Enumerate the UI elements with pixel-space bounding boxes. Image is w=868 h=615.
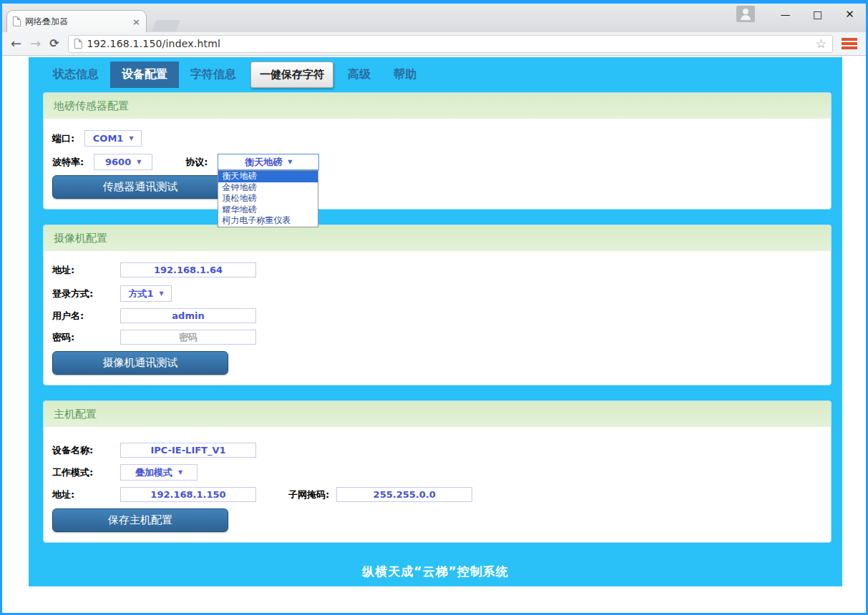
port-select[interactable]: COM1 ▼ [84, 130, 142, 147]
page-viewport: 状态信息 设备配置 字符信息 一健保存字符 高级 帮助 地磅传感器配置 端口: … [2, 56, 866, 613]
browser-tab-strip: 网络叠加器 × — □ ✕ [2, 4, 866, 32]
host-config-panel: 主机配置 设备名称: 工作模式: 叠加模式 ▼ 地址: [43, 400, 832, 543]
dropdown-option[interactable]: 衡天地磅 [218, 171, 318, 182]
window-controls: — □ ✕ [769, 4, 866, 21]
close-button[interactable]: ✕ [834, 4, 866, 21]
tab-close-icon[interactable]: × [132, 16, 140, 27]
page-icon [74, 39, 82, 49]
chevron-down-icon: ▼ [159, 290, 163, 297]
browser-menu-icon[interactable] [842, 38, 857, 49]
main-nav: 状态信息 设备配置 字符信息 一健保存字符 高级 帮助 [29, 57, 842, 88]
maximize-button[interactable]: □ [801, 4, 834, 20]
chevron-down-icon: ▼ [129, 135, 133, 142]
camera-config-panel: 摄像机配置 地址: 登录方式: 方式1 ▼ 用户名: [43, 225, 832, 385]
login-mode-label: 登录方式: [52, 287, 120, 300]
chevron-down-icon: ▼ [288, 159, 292, 165]
chevron-down-icon: ▼ [137, 159, 141, 165]
tab-advanced[interactable]: 高级 [336, 62, 382, 88]
baud-select[interactable]: 9600 ▼ [94, 154, 152, 170]
host-address-label: 地址: [52, 488, 120, 501]
work-mode-label: 工作模式: [52, 466, 120, 479]
protocol-label: 协议: [185, 156, 208, 169]
password-input[interactable] [120, 330, 256, 345]
protocol-dropdown-list: 衡天地磅 金钟地磅 顶松地磅 耀华地磅 柯力电子称重仪表 [218, 170, 318, 227]
tab-device-config[interactable]: 设备配置 [110, 62, 179, 88]
tab-status-info[interactable]: 状态信息 [42, 62, 110, 88]
password-label: 密码: [52, 331, 120, 344]
url-input[interactable]: 192.168.1.150/index.html ☆ [68, 35, 833, 53]
sensor-test-button[interactable]: 传感器通讯测试 [52, 175, 228, 199]
back-icon[interactable]: ← [11, 37, 21, 50]
camera-test-button[interactable]: 摄像机通讯测试 [52, 351, 228, 375]
baud-label: 波特率: [52, 156, 84, 169]
username-label: 用户名: [52, 310, 120, 323]
dropdown-option[interactable]: 顶松地磅 [218, 193, 318, 205]
chevron-down-icon: ▼ [178, 469, 182, 476]
device-name-input[interactable] [120, 443, 256, 458]
subnet-mask-label: 子网掩码: [288, 488, 329, 501]
tab-char-info[interactable]: 字符信息 [179, 62, 248, 88]
app-container: 状态信息 设备配置 字符信息 一健保存字符 高级 帮助 地磅传感器配置 端口: … [29, 57, 842, 586]
port-label: 端口: [52, 132, 74, 145]
login-mode-select[interactable]: 方式1 ▼ [120, 285, 172, 302]
dropdown-option[interactable]: 柯力电子称重仪表 [218, 215, 318, 227]
sensor-config-panel: 地磅传感器配置 端口: COM1 ▼ 波特率: 9600 ▼ [43, 92, 832, 210]
host-panel-title: 主机配置 [44, 401, 831, 427]
dropdown-option[interactable]: 金钟地磅 [218, 182, 318, 194]
camera-panel-title: 摄像机配置 [44, 225, 831, 251]
address-bar: ← → ⟳ 192.168.1.150/index.html ☆ [2, 32, 866, 56]
browser-window: 网络叠加器 × — □ ✕ ← → ⟳ 192.168.1.150/index.… [0, 0, 868, 615]
url-text[interactable]: 192.168.1.150/index.html [87, 38, 811, 49]
forward-icon[interactable]: → [30, 37, 41, 50]
save-chars-button[interactable]: 一健保存字符 [250, 62, 333, 88]
bookmark-star-icon[interactable]: ☆ [816, 36, 826, 51]
page-icon [13, 16, 21, 26]
new-tab-button[interactable] [152, 20, 180, 31]
work-mode-select[interactable]: 叠加模式 ▼ [120, 464, 198, 481]
host-address-input[interactable] [120, 487, 256, 502]
footer-brand-text: 纵横天成“云梯”控制系统 [29, 564, 842, 580]
save-host-config-button[interactable]: 保存主机配置 [52, 508, 228, 532]
sensor-panel-title: 地磅传感器配置 [44, 93, 831, 119]
camera-address-input[interactable] [120, 262, 256, 277]
dropdown-option[interactable]: 耀华地磅 [218, 205, 318, 216]
tab-help[interactable]: 帮助 [382, 62, 428, 88]
reload-icon[interactable]: ⟳ [49, 38, 59, 49]
profile-icon[interactable] [736, 6, 755, 22]
protocol-select[interactable]: 衡天地磅 ▼ [218, 154, 319, 170]
camera-address-label: 地址: [52, 264, 120, 277]
tab-title: 网络叠加器 [25, 16, 128, 28]
username-input[interactable] [120, 308, 256, 323]
browser-tab[interactable]: 网络叠加器 × [6, 10, 147, 32]
subnet-mask-input[interactable] [336, 487, 472, 502]
minimize-button[interactable]: — [769, 4, 801, 20]
device-name-label: 设备名称: [52, 444, 120, 457]
